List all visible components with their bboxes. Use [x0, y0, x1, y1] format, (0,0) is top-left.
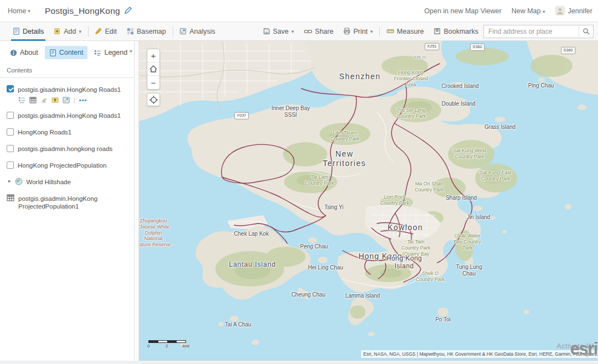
details-label: Details — [23, 28, 44, 35]
layer-checkbox[interactable] — [7, 85, 14, 92]
layer-row-table: postgis.gisadmin.HongKong ProjectedPopul… — [7, 194, 128, 210]
home-label: Home — [8, 7, 26, 15]
home-menu[interactable]: Home ▾ — [8, 7, 30, 15]
layer-checkbox[interactable] — [7, 145, 14, 152]
user-menu[interactable]: Jennifer — [555, 6, 592, 15]
tab-about[interactable]: About — [6, 46, 43, 59]
map-area[interactable]: ShenzhenHong KongFrontier ClosedArea936 … — [139, 41, 598, 361]
share-button[interactable]: Share — [299, 22, 338, 41]
print-button[interactable]: Print ▾ — [338, 22, 378, 41]
filter-icon[interactable] — [51, 97, 59, 103]
show-table-icon[interactable] — [29, 97, 37, 103]
tab-content[interactable]: Content — [45, 46, 88, 59]
panel-gutter[interactable] — [135, 41, 139, 361]
layer-name[interactable]: HongKong Roads1 — [18, 128, 71, 137]
analysis-label: Analysis — [189, 28, 215, 35]
print-icon — [343, 28, 350, 35]
tab-legend[interactable]: Legend — [90, 46, 132, 59]
find-my-location-button[interactable] — [147, 93, 160, 106]
chevron-down-icon: ▾ — [28, 8, 30, 14]
info-icon — [10, 49, 17, 56]
tools-divider: | — [74, 97, 75, 103]
zoom-in-button[interactable]: + — [147, 49, 159, 63]
layer-list: postgis.gisadmin.HongKong Roads1 — [0, 78, 134, 211]
print-label: Print — [353, 28, 368, 35]
search-box — [483, 25, 594, 38]
layer-checkbox[interactable] — [7, 162, 14, 169]
search-input[interactable] — [484, 25, 579, 38]
share-label: Share — [315, 28, 333, 35]
locate-icon — [150, 96, 158, 104]
esri-logo: esri — [570, 340, 597, 357]
layer-name[interactable]: World Hillshade — [27, 178, 71, 186]
edit-label: Edit — [105, 28, 117, 35]
bookmarks-icon — [434, 28, 441, 35]
measure-label: Measure — [397, 28, 424, 35]
edit-title-button[interactable] — [125, 6, 132, 16]
details-button[interactable]: Details — [8, 22, 49, 41]
search-icon — [582, 28, 590, 35]
scale-label: 4mi — [182, 344, 189, 349]
tab-legend-label: Legend — [104, 49, 127, 56]
details-icon — [13, 28, 20, 35]
show-legend-icon[interactable] — [18, 97, 25, 103]
basemap-button[interactable]: Basemap — [122, 22, 171, 41]
open-new-viewer-link[interactable]: Open in new Map Viewer — [424, 7, 501, 15]
analysis-icon — [179, 28, 187, 35]
layer-name[interactable]: postgis.gisadmin.HongKong Roads1 — [18, 112, 121, 120]
map-navigation: + − — [147, 49, 160, 106]
layer-name[interactable]: postgis.gisadmin.HongKong Roads1 — [18, 85, 121, 93]
layer-name[interactable]: postgis.gisadmin.hongkong roads — [18, 145, 112, 153]
bookmarks-label: Bookmarks — [444, 28, 478, 35]
collapse-panel-arrow[interactable]: ◂ — [129, 48, 132, 54]
more-options-button[interactable]: ••• — [79, 97, 87, 103]
layer-name[interactable]: HongKong ProjectedPopulation — [18, 162, 106, 170]
new-map-menu[interactable]: New Map ▾ — [512, 7, 545, 15]
tab-about-label: About — [20, 49, 38, 56]
page-title: Postgis_HongKong — [45, 6, 120, 16]
layer-checkbox[interactable] — [7, 128, 14, 136]
arcgis-map-viewer: Home ▾ Postgis_HongKong Open in new Map … — [0, 0, 598, 364]
analysis-button[interactable]: Analysis — [174, 22, 220, 41]
avatar — [555, 6, 565, 15]
change-style-icon[interactable] — [40, 97, 48, 103]
contents-panel: About Content Legend ◂ Contents postgis.… — [0, 41, 135, 361]
share-link-icon — [304, 28, 312, 35]
pencil-icon — [125, 7, 132, 14]
home-icon — [150, 65, 157, 72]
save-icon — [263, 28, 270, 35]
layer-row: HongKong Roads1 — [7, 128, 128, 137]
expand-arrow[interactable]: ▸ — [8, 178, 11, 184]
content-icon — [49, 49, 56, 56]
chevron-down-icon: ▾ — [543, 9, 545, 14]
chevron-down-icon: ▾ — [291, 29, 294, 34]
zoom-out-button[interactable]: − — [147, 76, 159, 89]
layer-row: HongKong ProjectedPopulation — [7, 162, 128, 170]
home-extent-button[interactable] — [147, 63, 159, 76]
layer-tools: | ••• — [18, 97, 128, 103]
tab-content-label: Content — [59, 49, 84, 56]
measure-button[interactable]: Measure — [382, 22, 429, 41]
map-attribution: Esri, NASA, NGA, USGS | Mapwithyou, HK G… — [361, 350, 598, 358]
layer-row: postgis.gisadmin.hongkong roads — [7, 145, 128, 153]
panel-tabs: About Content Legend ◂ — [0, 41, 134, 64]
layer-name[interactable]: postgis.gisadmin.HongKong ProjectedPopul… — [18, 194, 112, 210]
bottom-strip — [0, 361, 598, 364]
bookmarks-button[interactable]: Bookmarks — [429, 22, 483, 41]
layer-checkbox[interactable] — [7, 112, 14, 119]
search-button[interactable] — [579, 25, 593, 38]
perform-analysis-icon[interactable] — [63, 97, 70, 103]
scale-label: 0 — [147, 344, 150, 349]
add-layer-icon — [54, 28, 61, 35]
map-canvas[interactable] — [139, 41, 598, 361]
add-label: Add — [64, 28, 76, 35]
basemap-label: Basemap — [137, 28, 166, 35]
legend-icon — [94, 49, 101, 56]
toolbar: Details Add ▾ Edit Basemap Analysis Save… — [0, 22, 598, 41]
edit-button[interactable]: Edit — [90, 22, 122, 41]
layer-row: postgis.gisadmin.HongKong Roads1 — [7, 85, 128, 93]
add-button[interactable]: Add ▾ — [49, 22, 86, 41]
scale-bar: 0 2 4mi — [148, 340, 186, 349]
contents-heading: Contents — [0, 64, 134, 78]
save-button[interactable]: Save ▾ — [258, 22, 299, 41]
